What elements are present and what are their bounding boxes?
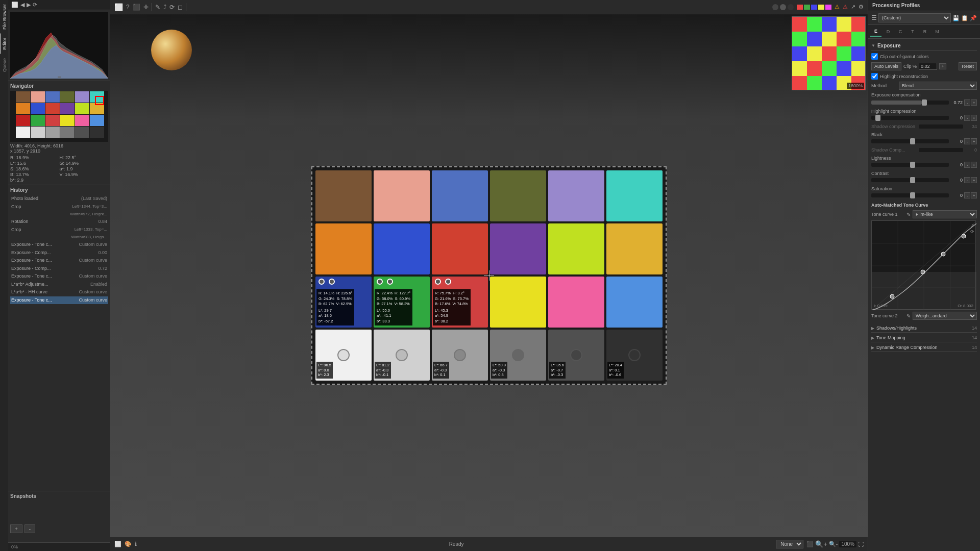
zoom-out-icon[interactable]: 🔍- (829, 541, 838, 547)
method-select[interactable]: Blend (899, 82, 977, 90)
prev-icon[interactable]: ◀ (20, 2, 24, 8)
clip-gamut-checkbox[interactable] (871, 53, 878, 60)
tone-mapping-toggle[interactable]: ▶ Tone Mapping 14 (871, 334, 977, 342)
bottom-color-icon[interactable]: 🎨 (125, 541, 132, 547)
pp-tab-row: E D C T R M (868, 25, 980, 39)
clip-percent-input[interactable] (919, 63, 937, 70)
tab-detail[interactable]: D (883, 27, 894, 37)
view-mode-select[interactable]: None (776, 540, 803, 548)
crop-icon[interactable]: ⤴ (163, 4, 166, 11)
black-slider[interactable] (910, 138, 915, 144)
black-minus[interactable]: - (964, 138, 970, 144)
picker-knob-6[interactable] (445, 279, 451, 285)
settings-icon[interactable]: ⚙ (859, 4, 864, 10)
tc1-pencil-icon[interactable]: ✎ (906, 212, 911, 217)
history-item-lab-hh[interactable]: L*a*b* - HH curveCustom curve (10, 288, 108, 296)
pp-list-icon[interactable]: ☰ (871, 14, 877, 21)
zoom-fit-icon[interactable]: ⬛ (806, 541, 814, 547)
contrast-minus[interactable]: - (964, 177, 970, 183)
tc2-type-select[interactable]: Weigh...andard (913, 312, 977, 320)
sync-icon[interactable]: ⟳ (33, 2, 37, 8)
tab-color[interactable]: C (895, 27, 906, 37)
pencil-icon[interactable]: ✎ (155, 4, 160, 11)
picker-knob-4[interactable] (387, 279, 393, 285)
zoom-in-icon[interactable]: 🔍+ (815, 540, 827, 548)
history-item-crop1b[interactable]: Width=972, Height... (10, 211, 108, 218)
history-item-exp-comp1[interactable]: Exposure - Comp...0.00 (10, 249, 108, 257)
highlight-comp-minus[interactable]: - (964, 115, 970, 121)
auto-levels-button[interactable]: Auto Levels (871, 62, 901, 70)
tab-exposure[interactable]: E (870, 27, 881, 37)
crosshair-icon[interactable]: ✛ (143, 4, 149, 11)
pp-save-icon[interactable]: 💾 (952, 15, 960, 21)
clip-plus-button[interactable]: + (939, 63, 946, 69)
dynamic-range-toggle[interactable]: ▶ Dynamic Range Compression 14 (871, 343, 977, 352)
pp-copy-icon[interactable]: 📋 (961, 15, 968, 21)
curve-reset-icon[interactable]: ⟳ (970, 229, 974, 234)
next-icon[interactable]: ▶ (27, 2, 31, 8)
info-icon[interactable]: ? (126, 4, 130, 11)
history-item-crop1[interactable]: CropLeft=1344, Top=3... (10, 203, 108, 211)
lightness-minus[interactable]: - (964, 162, 970, 168)
neutral-knob-5[interactable] (570, 349, 582, 361)
tab-meta[interactable]: M (932, 27, 943, 37)
neutral-knob-3[interactable] (454, 349, 466, 361)
exp-comp-slider[interactable] (922, 99, 927, 106)
exposure-section-header[interactable]: ▼ Exposure (871, 41, 977, 51)
tab-editor[interactable]: Editor (0, 34, 8, 54)
history-item-crop2b[interactable]: Width=983, Heigh... (10, 234, 108, 241)
picker-knob-3[interactable] (377, 279, 383, 285)
history-item-exp-tone2[interactable]: Exposure - Tone c...Custom curve (10, 257, 108, 265)
saturation-slider[interactable] (910, 192, 915, 198)
bottom-view-icon[interactable]: ⬜ (114, 541, 121, 547)
fullscreen-icon[interactable]: ⛶ (858, 541, 864, 547)
highlight-comp-plus[interactable]: + (971, 115, 977, 121)
history-item-photo-loaded[interactable]: Photo loaded(Last Saved) (10, 195, 108, 203)
nav-tool-icon[interactable]: ⬜ (11, 2, 18, 8)
neutral-knob-2[interactable] (396, 349, 408, 361)
export-icon[interactable]: ↗ (851, 4, 855, 10)
neutral-knob-1[interactable] (337, 349, 350, 361)
add-snapshot-button[interactable]: + (10, 524, 22, 533)
contrast-plus[interactable]: + (971, 177, 977, 183)
pp-paste-icon[interactable]: 📌 (970, 15, 977, 21)
rotate-icon[interactable]: ⟳ (169, 4, 175, 11)
picker-knob-5[interactable] (435, 279, 441, 285)
saturation-minus[interactable]: - (964, 192, 970, 198)
remove-snapshot-button[interactable]: - (24, 524, 35, 533)
pp-profile-select[interactable]: (Custom) (878, 13, 951, 22)
curve-tool-icon[interactable]: ↗ (970, 223, 974, 228)
copy-icon[interactable]: ⬛ (133, 4, 140, 11)
history-item-exp-tone1[interactable]: Exposure - Tone c...Custom curve (10, 241, 108, 249)
lightness-slider[interactable] (910, 162, 915, 168)
reset-button[interactable]: Reset (959, 62, 977, 70)
history-item-lab-adj[interactable]: L*a*b* Adjustme...Enabled (10, 281, 108, 289)
highlight-comp-slider[interactable] (875, 115, 880, 121)
tab-transform[interactable]: T (907, 27, 918, 37)
tab-file-browser[interactable]: File Browser (0, 0, 8, 34)
history-item-exp-tone3[interactable]: Exposure - Tone c...Custom curve (10, 272, 108, 281)
shadows-highlights-toggle[interactable]: ▶ Shadows/Highlights 14 (871, 324, 977, 333)
tab-queue[interactable]: Queue (0, 54, 8, 76)
history-item-exp-comp2[interactable]: Exposure - Comp...0.72 (10, 265, 108, 273)
tc1-type-select[interactable]: Film-like (913, 210, 977, 218)
exp-comp-minus[interactable]: - (964, 99, 970, 106)
contrast-slider[interactable] (910, 177, 915, 183)
bottom-info-icon[interactable]: ℹ (135, 541, 137, 547)
black-plus[interactable]: + (971, 138, 977, 144)
history-item-exp-tone-active[interactable]: Exposure - Tone c...Custom curve (10, 296, 108, 305)
picker-knob-2[interactable] (329, 279, 335, 285)
exp-comp-plus[interactable]: + (971, 99, 977, 106)
highlight-recon-checkbox[interactable] (871, 73, 878, 80)
saturation-plus[interactable]: + (971, 192, 977, 198)
select-icon[interactable]: ◻ (178, 4, 183, 11)
tab-raw[interactable]: R (919, 27, 930, 37)
history-item-crop2[interactable]: CropLeft=1333, Top=... (10, 226, 108, 234)
tc2-pencil-icon[interactable]: ✎ (906, 313, 911, 319)
neutral-knob-4[interactable] (512, 349, 524, 361)
history-item-rotation[interactable]: Rotation0.84 (10, 218, 108, 226)
lightness-plus[interactable]: + (971, 162, 977, 168)
zoom-icon[interactable]: ⬜ (114, 3, 123, 11)
picker-knob-1[interactable] (318, 279, 325, 285)
neutral-knob-6[interactable] (628, 349, 641, 361)
